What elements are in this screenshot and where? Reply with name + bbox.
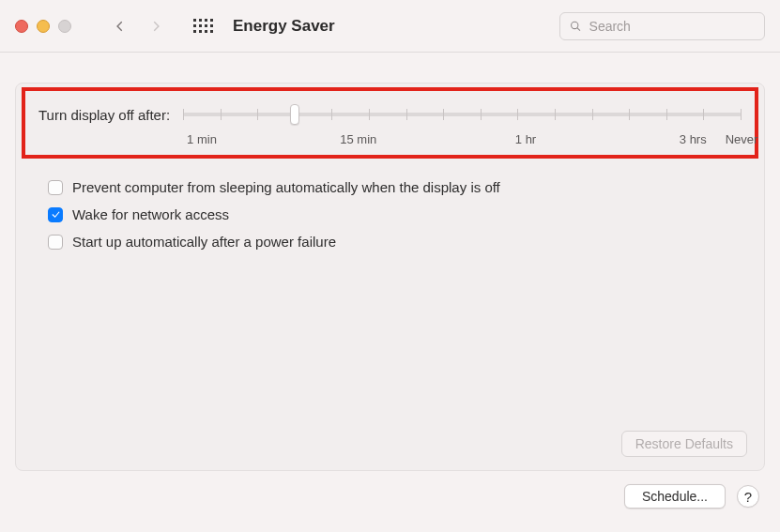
chevron-right-icon: [149, 20, 162, 33]
page-title: Energy Saver: [233, 17, 335, 36]
option-label: Start up automatically after a power fai…: [72, 234, 336, 250]
search-icon: [570, 20, 582, 33]
svg-point-0: [572, 22, 578, 28]
window-controls: [15, 20, 71, 33]
slider-tick-labels: 1 min 15 min 1 hr 3 hrs Never: [38, 132, 742, 149]
close-window-button[interactable]: [15, 20, 28, 33]
option-wake-network[interactable]: Wake for network access: [48, 201, 740, 228]
tick-never: Never: [726, 132, 758, 146]
settings-panel: Turn display off after: 1 min 15 min 1 h…: [15, 83, 765, 471]
search-input[interactable]: [589, 19, 755, 34]
maximize-window-button[interactable]: [58, 20, 71, 33]
display-sleep-label: Turn display off after:: [38, 107, 170, 123]
restore-defaults-button[interactable]: Restore Defaults: [621, 431, 747, 457]
slider-ticks: [183, 109, 742, 120]
help-button[interactable]: ?: [737, 485, 759, 508]
checkbox-auto-start[interactable]: [48, 235, 63, 250]
tick-1hr: 1 hr: [515, 132, 536, 146]
display-sleep-highlight: Turn display off after: 1 min 15 min 1 h…: [22, 87, 758, 159]
forward-button[interactable]: [143, 13, 169, 39]
tick-1min: 1 min: [187, 132, 217, 146]
tick-3hrs: 3 hrs: [680, 132, 707, 146]
option-label: Prevent computer from sleeping automatic…: [72, 179, 500, 195]
back-button[interactable]: [107, 13, 133, 39]
display-sleep-row: Turn display off after:: [38, 104, 742, 125]
window-toolbar: Energy Saver: [0, 0, 780, 53]
checkbox-wake-network[interactable]: [48, 207, 63, 222]
slider-thumb[interactable]: [290, 104, 299, 125]
schedule-button[interactable]: Schedule...: [624, 484, 726, 509]
option-auto-start[interactable]: Start up automatically after a power fai…: [48, 228, 740, 255]
options-list: Prevent computer from sleeping automatic…: [16, 168, 764, 255]
footer: Schedule... ?: [0, 471, 780, 509]
option-prevent-sleep[interactable]: Prevent computer from sleeping automatic…: [48, 174, 740, 201]
minimize-window-button[interactable]: [37, 20, 50, 33]
chevron-left-icon: [114, 20, 127, 33]
checkbox-prevent-sleep[interactable]: [48, 180, 63, 195]
show-all-button[interactable]: [190, 13, 216, 39]
display-sleep-slider[interactable]: [183, 104, 742, 125]
tick-15min: 15 min: [340, 132, 376, 146]
search-field[interactable]: [559, 12, 765, 40]
option-label: Wake for network access: [72, 206, 229, 222]
svg-line-1: [577, 27, 580, 30]
grid-icon: [193, 19, 213, 33]
